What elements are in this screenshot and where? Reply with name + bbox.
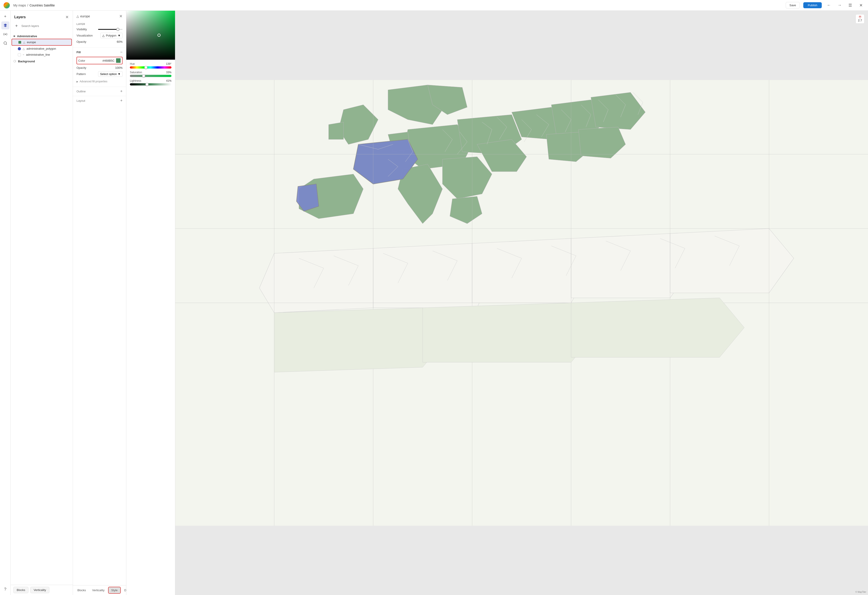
hsl-sliders: Hue 139° Saturation 33% [126, 60, 175, 90]
menu-button[interactable]: ☰ [847, 2, 854, 9]
toolbar-style-icon[interactable] [1, 30, 9, 38]
color-picker-panel: Hue 139° Saturation 33% [126, 11, 175, 595]
verticality-tab[interactable]: Verticality [30, 587, 49, 593]
left-toolbar: + ? [0, 11, 11, 595]
group-name: Administrative [17, 34, 37, 38]
fill-opacity-row: Opacity 100% [77, 66, 123, 70]
layer-item-admin-polygon[interactable]: △ administrative_polygon [12, 46, 72, 52]
style-tab-active[interactable]: Style [108, 587, 121, 594]
polygon-icon2: △ [23, 47, 25, 50]
visualization-label: Visualization [77, 34, 93, 37]
layer-item-admin-line[interactable]: ~ administrative_line [12, 52, 72, 58]
background-group-icon: ⚆ [13, 59, 16, 63]
saturation-thumb[interactable] [142, 74, 145, 77]
group-icon: ■ [13, 34, 15, 38]
blocks-tab[interactable]: Blocks [13, 587, 28, 593]
svg-rect-3 [126, 11, 175, 60]
close-button[interactable]: ✕ [857, 2, 864, 9]
opacity-value: 60% [117, 40, 123, 43]
map-area[interactable]: ⏰ 2.7 © MapTiler [175, 11, 868, 595]
lightness-label: Lightness [130, 79, 141, 82]
forward-button[interactable]: → [836, 2, 843, 9]
layer-color-admin-line [18, 53, 21, 56]
viz-chevron-icon: ▼ [118, 34, 121, 37]
maptiler-credit: © MapTiler [855, 591, 866, 593]
style-bottom-tabs: Blocks Verticality Style Data {} [73, 585, 126, 595]
breadcrumb-separator: / [27, 4, 28, 7]
breadcrumb-my-maps[interactable]: My maps [13, 4, 26, 7]
fill-collapse-button[interactable]: − [120, 50, 123, 55]
layout-section: Layout + [73, 96, 126, 105]
viz-select-value: Polygon [106, 34, 116, 37]
publish-button[interactable]: Publish [803, 2, 822, 8]
pattern-chevron-icon: ▼ [118, 73, 121, 75]
color-value-group: #468B5C [102, 58, 121, 63]
visibility-slider[interactable] [98, 29, 123, 30]
svg-point-0 [5, 34, 6, 35]
toolbar-help-icon[interactable]: ? [1, 585, 9, 593]
color-canvas[interactable] [126, 11, 175, 60]
layer-item-europe[interactable]: △ europe [12, 39, 72, 46]
color-row: Color #468B5C [77, 57, 123, 64]
zoom-value: 2.7 [858, 19, 862, 22]
layers-panel: Layers ✕ + ■ Administrative △ europe [11, 11, 73, 595]
layers-add-button[interactable]: + [13, 23, 19, 29]
layers-content: ■ Administrative △ europe △ administrati… [11, 32, 73, 585]
lightness-track[interactable] [130, 83, 171, 86]
lightness-slider-row: Lightness 41% [130, 79, 171, 86]
search-input[interactable] [21, 24, 70, 28]
toolbar-search-icon[interactable] [1, 39, 9, 47]
toolbar-cursor-icon[interactable]: + [1, 12, 9, 21]
hue-track[interactable] [130, 66, 171, 68]
saturation-track[interactable] [130, 75, 171, 77]
outline-label: Outline [77, 90, 86, 93]
save-button[interactable]: Save [786, 2, 800, 9]
color-label: Color [78, 59, 85, 62]
layer-name-europe: europe [27, 40, 36, 44]
style-panel-icon: △ [77, 15, 79, 18]
visualization-select[interactable]: △ Polygon ▼ [100, 33, 123, 38]
style-panel-close-button[interactable]: ✕ [119, 14, 123, 19]
saturation-slider-row: Saturation 33% [130, 71, 171, 77]
layer-group-background[interactable]: ⚆ Background [11, 58, 73, 65]
style-panel-title: △ europe [77, 15, 90, 18]
visibility-row: Visibility [77, 28, 123, 31]
background-group-name: Background [18, 60, 35, 63]
advanced-fill-label: Advanced fill properties [80, 80, 108, 83]
lightness-value: 41% [166, 79, 171, 82]
map-zoom-control: ⏰ 2.7 [856, 14, 864, 24]
layers-title: Layers [14, 15, 26, 19]
toolbar-layers-icon[interactable] [1, 21, 9, 30]
verticality-style-tab[interactable]: Verticality [89, 587, 107, 594]
layer-name-admin-polygon: administrative_polygon [27, 47, 56, 50]
visibility-label: Visibility [77, 28, 87, 31]
layer-name-admin-line: administrative_line [26, 53, 50, 56]
fill-opacity-value: 100% [115, 66, 123, 70]
polygon-icon: △ [23, 41, 25, 44]
layout-add-button[interactable]: + [120, 98, 123, 103]
pattern-select[interactable]: Select option ▼ [98, 71, 123, 77]
hue-slider-row: Hue 139° [130, 62, 171, 68]
breadcrumb-current: Countries Satellite [30, 4, 55, 7]
back-button[interactable]: ← [825, 2, 833, 9]
hue-thumb[interactable] [144, 66, 148, 69]
map-svg [175, 11, 868, 595]
outline-section: Outline + [73, 87, 126, 96]
app-header: My maps / Countries Satellite Save Publi… [0, 0, 868, 11]
saturation-value: 33% [166, 71, 171, 74]
layer-group-administrative[interactable]: ■ Administrative [11, 33, 73, 39]
hue-value: 139° [166, 62, 171, 65]
pattern-label: Pattern [77, 73, 86, 75]
outline-add-button[interactable]: + [120, 89, 123, 94]
opacity-row: Opacity 60% [77, 40, 123, 43]
pattern-value: Select option [100, 73, 117, 75]
opacity-label: Opacity [77, 40, 86, 43]
layers-close-button[interactable]: ✕ [65, 14, 69, 20]
color-swatch[interactable] [116, 58, 121, 63]
data-tab[interactable]: Data [122, 587, 126, 594]
advanced-fill-props[interactable]: ▶ Advanced fill properties [77, 78, 123, 84]
layer-section: Layer Visibility Visualization △ Polygon… [73, 21, 126, 47]
breadcrumb: My maps / Countries Satellite [13, 4, 55, 7]
lightness-thumb[interactable] [145, 83, 149, 86]
blocks-style-tab[interactable]: Blocks [75, 587, 89, 594]
